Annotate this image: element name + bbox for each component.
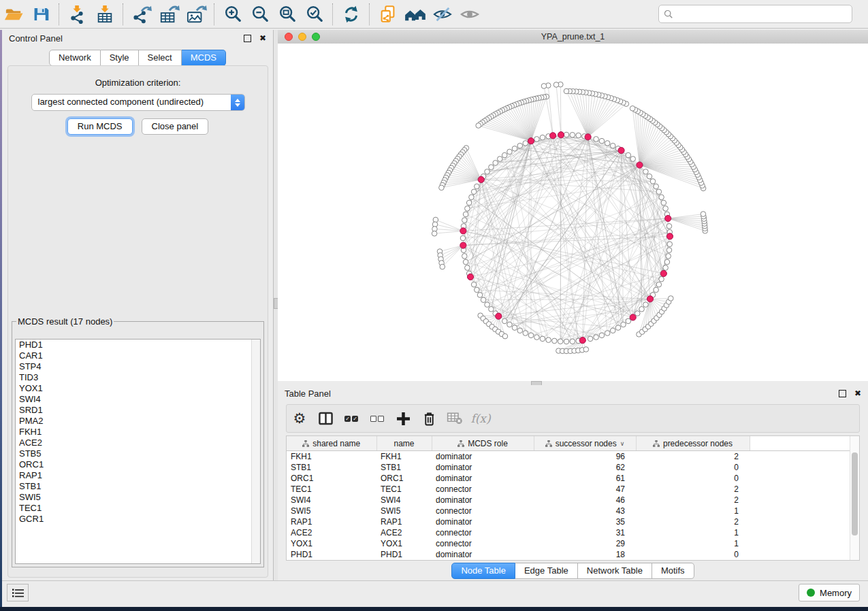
table-row[interactable]: PHD1PHD1dominator180 [287, 549, 859, 560]
export-network-icon[interactable] [128, 3, 155, 26]
control-panel-float-icon[interactable] [244, 35, 251, 42]
first-neighbors-icon[interactable] [402, 3, 429, 26]
mcds-result-item[interactable]: PHD1 [16, 340, 260, 350]
table-cell: PHD1 [287, 549, 376, 560]
table-row[interactable]: STB1STB1dominator620 [287, 462, 859, 473]
table-row[interactable]: SWI4SWI4dominator462 [287, 495, 859, 506]
apply-layout-icon[interactable] [338, 3, 365, 26]
column-tree-icon [457, 440, 464, 447]
column-header-MCDS-role[interactable]: MCDS role [432, 436, 534, 451]
select-all-icon[interactable]: ✓✓ [338, 407, 364, 430]
window-minimize-icon[interactable] [298, 33, 306, 41]
table-cell: SWI4 [287, 495, 376, 506]
duplicate-network-icon[interactable] [374, 3, 402, 26]
toolbar-separator [369, 3, 370, 25]
mcds-result-item[interactable]: STB5 [16, 448, 260, 459]
table-row[interactable]: RAP1RAP1dominator352 [287, 516, 859, 527]
node-table[interactable]: shared namenameMCDS rolesuccessor nodes∨… [286, 435, 860, 561]
table-row[interactable]: ORC1ORC1dominator610 [287, 473, 859, 484]
unselect-all-icon[interactable] [364, 407, 390, 430]
zoom-out-icon[interactable] [246, 3, 274, 26]
tab-network-table[interactable]: Network Table [578, 563, 652, 579]
table-cell: ORC1 [376, 473, 432, 484]
tab-style[interactable]: Style [101, 50, 139, 66]
table-scrollbar-thumb[interactable] [852, 452, 858, 535]
import-table-icon[interactable] [91, 3, 118, 26]
tab-network[interactable]: Network [49, 50, 101, 66]
mcds-result-item[interactable]: PMA2 [16, 416, 260, 427]
task-history-button[interactable] [7, 584, 29, 601]
mcds-result-item[interactable]: FKH1 [16, 427, 260, 437]
table-row[interactable]: SWI5SWI5connector431 [287, 506, 859, 516]
table-cell: dominator [432, 473, 534, 484]
table-cell [750, 549, 859, 560]
mcds-result-item[interactable]: RAP1 [16, 470, 260, 481]
list-icon [12, 589, 24, 597]
mcds-result-item[interactable]: GCR1 [16, 514, 260, 525]
zoom-in-icon[interactable] [219, 3, 246, 26]
table-row[interactable]: TEC1TEC1connector472 [287, 484, 859, 495]
table-cell: connector [432, 484, 534, 495]
mcds-result-item[interactable]: ACE2 [16, 437, 260, 448]
run-mcds-button[interactable]: Run MCDS [67, 118, 133, 135]
column-header-shared-name[interactable]: shared name [287, 436, 376, 451]
mcds-result-item[interactable]: STB1 [16, 481, 260, 492]
mcds-result-item[interactable]: SWI4 [16, 394, 260, 405]
table-settings-gear-icon[interactable]: ⚙ [287, 407, 312, 430]
table-cell: TEC1 [376, 484, 432, 495]
tab-motifs[interactable]: Motifs [652, 563, 694, 579]
close-panel-button[interactable]: Close panel [142, 118, 209, 135]
save-session-icon[interactable] [27, 3, 54, 26]
table-cell: 43 [534, 506, 636, 516]
table-panel-close-icon[interactable]: ✖ [854, 389, 861, 397]
mcds-result-list[interactable]: PHD1CAR1STP4TID3YOX1SWI4SRD1PMA2FKH1ACE2… [15, 339, 261, 564]
table-row[interactable]: YOX1YOX1connector291 [287, 538, 859, 549]
column-header-name[interactable]: name [376, 436, 432, 451]
column-header-successor-nodes[interactable]: successor nodes∨ [534, 436, 636, 451]
zoom-selected-icon[interactable] [301, 3, 328, 26]
memory-button[interactable]: Memory [799, 584, 860, 601]
table-cell: 1 [636, 506, 750, 516]
tab-node-table[interactable]: Node Table [451, 563, 515, 579]
show-all-icon [456, 3, 483, 26]
export-table-icon[interactable] [155, 3, 182, 26]
open-file-icon[interactable] [0, 3, 27, 26]
mcds-result-item[interactable]: TEC1 [16, 503, 260, 514]
add-column-icon[interactable] [390, 407, 416, 430]
table-row[interactable]: ACE2ACE2connector311 [287, 527, 859, 538]
table-cell: 1 [636, 538, 750, 549]
mcds-result-scrollbar[interactable] [251, 340, 260, 563]
table-cell [750, 527, 859, 538]
mcds-result-item[interactable]: YOX1 [16, 383, 260, 394]
window-close-icon[interactable] [285, 33, 293, 41]
tab-edge-table[interactable]: Edge Table [515, 563, 578, 579]
tab-select[interactable]: Select [139, 50, 182, 66]
table-row[interactable]: FKH1FKH1dominator962 [287, 451, 859, 463]
column-header-predecessor-nodes[interactable]: predecessor nodes [636, 436, 750, 451]
search-input[interactable] [676, 7, 852, 22]
toolbar-separator [332, 3, 334, 25]
mcds-result-item[interactable]: TID3 [16, 372, 260, 383]
export-image-icon[interactable] [182, 3, 210, 26]
network-window-titlebar[interactable]: YPA_prune.txt_1 [278, 30, 868, 44]
hide-selected-icon[interactable] [429, 3, 456, 26]
zoom-fit-icon[interactable] [274, 3, 301, 26]
control-panel-close-icon[interactable]: ✖ [259, 34, 266, 42]
tab-mcds[interactable]: MCDS [182, 50, 226, 66]
mcds-result-item[interactable]: STP4 [16, 361, 260, 372]
mcds-result-item[interactable]: SRD1 [16, 405, 260, 416]
search-field[interactable] [658, 5, 852, 23]
mcds-result-item[interactable]: SWI5 [16, 492, 260, 503]
show-columns-icon[interactable] [312, 407, 338, 430]
import-network-icon[interactable] [64, 3, 91, 26]
delete-column-trash-icon[interactable] [416, 407, 442, 430]
table-scrollbar-track[interactable] [850, 436, 859, 560]
window-zoom-icon[interactable] [312, 33, 320, 41]
table-panel-float-icon[interactable] [839, 390, 846, 397]
column-tree-icon [545, 440, 552, 447]
dropdown-stepper-icon[interactable] [231, 95, 244, 110]
network-canvas[interactable] [278, 44, 868, 381]
mcds-result-item[interactable]: CAR1 [16, 350, 260, 361]
optimization-criterion-dropdown[interactable]: largest connected component (undirected) [31, 94, 245, 111]
mcds-result-item[interactable]: ORC1 [16, 459, 260, 470]
